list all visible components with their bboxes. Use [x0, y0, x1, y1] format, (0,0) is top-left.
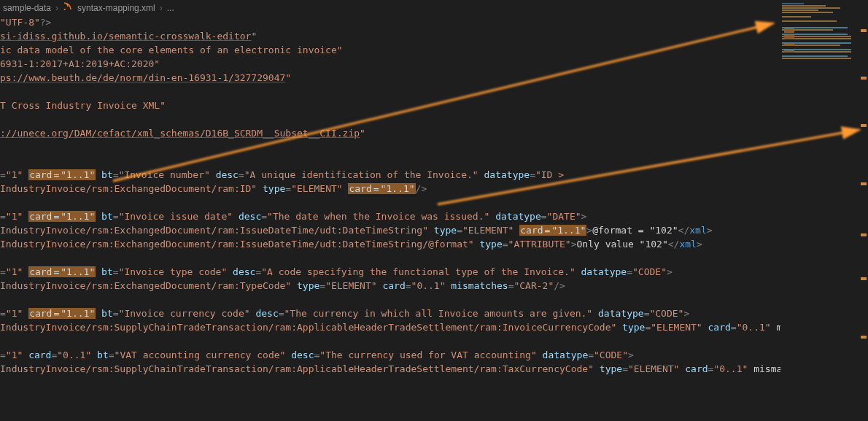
breadcrumb-folder[interactable]: sample-data [3, 3, 51, 13]
breadcrumb-more[interactable]: ... [167, 3, 174, 13]
code-line[interactable] [0, 251, 868, 265]
code-line[interactable]: ="1" card="1..1" bt="Invoice type code" … [0, 265, 868, 279]
scrollbar-marker [861, 277, 867, 280]
code-line[interactable]: si-idiss.github.io/semantic-crosswalk-ed… [0, 29, 868, 43]
scrollbar-marker [861, 182, 867, 185]
code-line[interactable]: IndustryInvoice/rsm:ExchangedDocument/ra… [0, 223, 868, 237]
code-line[interactable]: 6931-1:2017+A1:2019+AC:2020" [0, 57, 868, 71]
code-line[interactable]: ="1" card="0..1" bt="VAT accounting curr… [0, 348, 868, 362]
code-line[interactable]: T Cross Industry Invoice XML" [0, 99, 868, 112]
code-line[interactable]: IndustryInvoice/rsm:SupplyChainTradeTran… [0, 362, 868, 376]
scrollbar-marker [861, 77, 867, 80]
code-line[interactable]: ="1" card="1..1" bt="Invoice currency co… [0, 306, 868, 320]
breadcrumb-file[interactable]: syntax-mapping.xml [77, 3, 155, 13]
scrollbar[interactable] [858, 0, 868, 421]
code-line[interactable] [0, 112, 868, 126]
code-line[interactable]: ://unece.org/DAM/cefact/xml_schemas/D16B… [0, 126, 868, 140]
code-line[interactable]: ="1" card="1..1" bt="Invoice issue date"… [0, 209, 868, 223]
code-line[interactable]: IndustryInvoice/rsm:ExchangedDocument/ra… [0, 182, 868, 196]
code-line[interactable]: ps://www.beuth.de/de/norm/din-en-16931-1… [0, 71, 868, 85]
code-line[interactable]: IndustryInvoice/rsm:SupplyChainTradeTran… [0, 320, 868, 334]
code-line[interactable]: IndustryInvoice/rsm:ExchangedDocument/ra… [0, 237, 868, 251]
code-line[interactable]: "UTF-8"?> [0, 15, 868, 29]
scrollbar-marker [861, 124, 867, 127]
code-line[interactable] [0, 293, 868, 306]
code-line[interactable]: ="1" card="1..1" bt="Invoice number" des… [0, 168, 868, 182]
code-line[interactable] [0, 196, 868, 209]
code-line[interactable] [0, 334, 868, 348]
xml-file-icon [63, 1, 73, 14]
scrollbar-marker [861, 233, 867, 236]
scrollbar-marker [861, 29, 867, 32]
chevron-right-icon: › [55, 3, 58, 13]
minimap[interactable] [780, 0, 868, 421]
code-line[interactable] [0, 85, 868, 99]
code-line[interactable] [0, 140, 868, 154]
breadcrumb[interactable]: sample-data › syntax-mapping.xml › ... [0, 0, 868, 15]
code-line[interactable] [0, 154, 868, 168]
chevron-right-icon: › [160, 3, 163, 13]
code-editor[interactable]: "UTF-8"?>si-idiss.github.io/semantic-cro… [0, 15, 868, 376]
code-line[interactable]: ic data model of the core elements of an… [0, 43, 868, 57]
code-line[interactable]: IndustryInvoice/rsm:ExchangedDocument/ra… [0, 279, 868, 293]
scrollbar-marker [861, 336, 867, 339]
